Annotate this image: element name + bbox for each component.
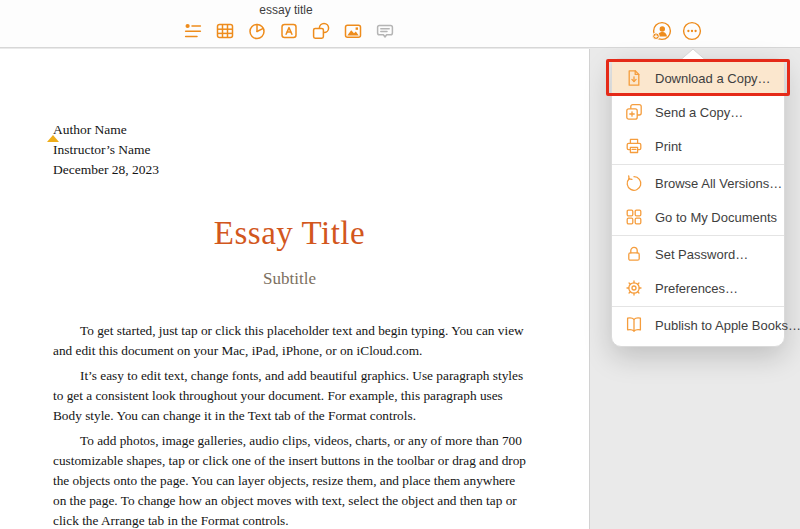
more-button[interactable] [681, 20, 703, 42]
menu-item-label: Publish to Apple Books… [655, 318, 800, 333]
menu-item-label: Set Password… [655, 247, 748, 262]
table-button[interactable] [215, 21, 235, 41]
menu-pointer [680, 48, 706, 60]
versions-icon [625, 174, 643, 192]
more-menu: Download a Copy… Send a Copy… [611, 58, 785, 347]
menu-item-print[interactable]: Print [612, 129, 784, 163]
chart-icon [247, 21, 267, 41]
textbox-button[interactable] [279, 21, 299, 41]
body-paragraph[interactable]: To get started, just tap or click this p… [53, 321, 527, 361]
send-copy-icon [625, 103, 643, 121]
gear-icon [625, 279, 643, 297]
comment-button[interactable] [375, 21, 395, 41]
date-line[interactable]: December 28, 2023 [53, 160, 159, 180]
document-title: essay title [0, 3, 572, 17]
textbox-icon [279, 21, 299, 41]
media-button[interactable] [343, 21, 363, 41]
essay-title[interactable]: Essay Title [53, 215, 526, 252]
shapes-icon [311, 21, 331, 41]
table-icon [215, 21, 235, 41]
document-canvas: Author Name Instructor’s Name December 2… [0, 49, 800, 529]
author-name[interactable]: Author Name [53, 120, 159, 140]
collaborate-icon [651, 20, 673, 42]
body-paragraph[interactable]: To add photos, image galleries, audio cl… [53, 431, 527, 529]
menu-divider [612, 306, 784, 307]
menu-item-preferences[interactable]: Preferences… [612, 271, 784, 305]
menu-item-label: Download a Copy… [655, 71, 771, 86]
shapes-button[interactable] [311, 21, 331, 41]
chart-button[interactable] [247, 21, 267, 41]
lock-icon [625, 245, 643, 263]
byline-block[interactable]: Author Name Instructor’s Name December 2… [53, 120, 159, 180]
menu-item-publish-to-apple-books[interactable]: Publish to Apple Books… [612, 308, 784, 342]
media-icon [343, 21, 363, 41]
book-icon [625, 316, 643, 334]
documents-grid-icon [625, 208, 643, 226]
toolbar: essay title [0, 0, 800, 48]
document-page[interactable]: Author Name Instructor’s Name December 2… [0, 49, 590, 529]
comment-icon [375, 21, 395, 41]
menu-divider [612, 164, 784, 165]
menu-item-browse-all-versions[interactable]: Browse All Versions… [612, 166, 784, 200]
menu-item-go-to-my-documents[interactable]: Go to My Documents [612, 200, 784, 234]
menu-item-label: Preferences… [655, 281, 738, 296]
body-paragraph[interactable]: It’s easy to edit text, change fonts, an… [53, 366, 527, 426]
menu-divider [612, 235, 784, 236]
menu-item-set-password[interactable]: Set Password… [612, 237, 784, 271]
body-text[interactable]: To get started, just tap or click this p… [53, 321, 527, 529]
menu-item-label: Print [655, 139, 682, 154]
print-icon [625, 137, 643, 155]
more-icon [681, 20, 703, 42]
menu-item-label: Go to My Documents [655, 210, 777, 225]
view-icon [183, 21, 203, 41]
collaborate-button[interactable] [651, 20, 673, 42]
download-icon [625, 69, 643, 87]
toolbar-insert-group [183, 21, 395, 41]
menu-item-send-a-copy[interactable]: Send a Copy… [612, 95, 784, 129]
menu-item-label: Send a Copy… [655, 105, 743, 120]
toolbar-right-group [651, 20, 703, 42]
view-button[interactable] [183, 21, 203, 41]
instructor-name[interactable]: Instructor’s Name [53, 140, 159, 160]
essay-subtitle[interactable]: Subtitle [53, 269, 526, 289]
menu-item-download-a-copy[interactable]: Download a Copy… [612, 61, 784, 95]
menu-item-label: Browse All Versions… [655, 176, 782, 191]
collaboration-cursor-marker [47, 135, 59, 142]
